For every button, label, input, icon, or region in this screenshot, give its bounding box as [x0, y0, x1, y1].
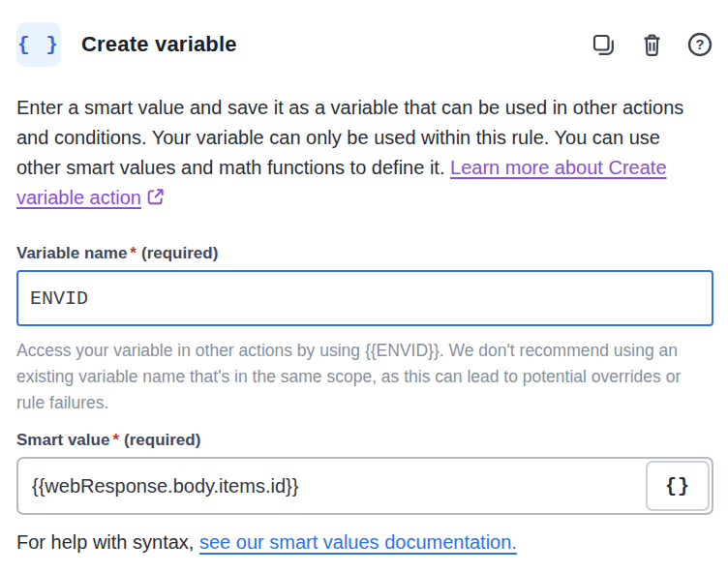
required-asterisk: *: [130, 244, 136, 262]
variable-name-label-text: Variable name: [16, 244, 127, 262]
smart-value-field: {}: [16, 457, 713, 515]
required-text: (required): [124, 431, 200, 449]
duplicate-button[interactable]: [590, 31, 617, 58]
smart-values-docs-link[interactable]: see our smart values documentation.: [199, 531, 517, 553]
smart-value-label-text: Smart value: [16, 431, 109, 449]
delete-button[interactable]: [638, 31, 665, 58]
svg-text:?: ?: [696, 37, 705, 52]
insert-smart-value-button[interactable]: {}: [646, 461, 710, 511]
trash-icon: [639, 32, 665, 58]
smart-value-label: Smart value*(required): [16, 430, 713, 451]
smart-value-input[interactable]: [16, 457, 713, 515]
variable-name-label: Variable name*(required): [16, 243, 713, 264]
braces-icon: {}: [665, 475, 690, 498]
question-mark-icon: ?: [686, 31, 713, 58]
panel-header: { } Create variable: [16, 22, 713, 67]
external-link-icon: [145, 186, 166, 216]
panel-title: Create variable: [81, 32, 237, 57]
variable-name-help-text: Access your variable in other actions by…: [16, 338, 708, 416]
variable-name-input[interactable]: [16, 270, 713, 326]
copy-icon: [591, 32, 617, 58]
description-text: Enter a smart value and save it as a var…: [16, 93, 710, 216]
help-button[interactable]: ?: [686, 31, 713, 58]
braces-badge-icon: { }: [16, 22, 61, 67]
create-variable-panel: { } Create variable: [0, 0, 728, 556]
required-asterisk: *: [112, 431, 119, 449]
footer-text: For help with syntax,: [16, 531, 199, 553]
required-text: (required): [141, 244, 218, 262]
syntax-help-footer: For help with syntax, see our smart valu…: [16, 528, 713, 556]
